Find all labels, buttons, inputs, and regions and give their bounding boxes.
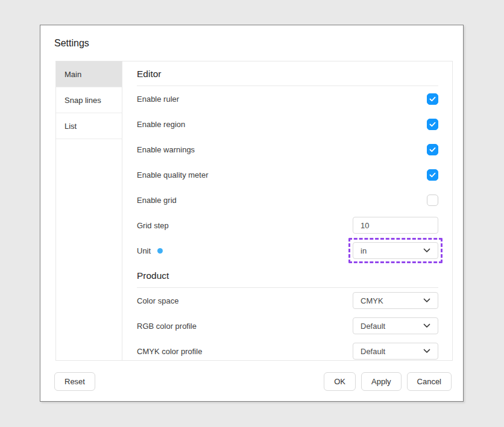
unit-indicator-dot	[157, 248, 163, 254]
unit-select-value: in	[361, 246, 367, 255]
product-section-header: Product	[137, 263, 438, 288]
chevron-down-icon	[423, 323, 430, 328]
footer-action-buttons: OK Apply Cancel	[324, 372, 452, 391]
unit-label-group: Unit	[137, 246, 163, 255]
cancel-button[interactable]: Cancel	[407, 372, 452, 391]
check-icon	[429, 96, 436, 102]
rgb-profile-row: RGB color profile Default	[137, 313, 438, 338]
check-icon	[429, 122, 436, 127]
unit-label: Unit	[137, 246, 151, 255]
grid-step-input[interactable]	[353, 217, 438, 234]
checkbox-enable-grid[interactable]	[427, 195, 438, 206]
unit-row: Unit in	[137, 238, 438, 263]
editor-section-header: Editor	[137, 61, 438, 86]
apply-button[interactable]: Apply	[361, 372, 402, 391]
rgb-profile-label: RGB color profile	[137, 322, 197, 331]
checkbox-enable-warnings[interactable]	[427, 144, 438, 155]
unit-highlight-box: in	[348, 238, 443, 263]
toggle-row: Enable region	[137, 111, 438, 137]
chevron-down-icon	[423, 248, 430, 253]
sidebar-item-label: Snap lines	[65, 96, 101, 105]
toggle-label: Enable warnings	[137, 145, 195, 154]
toggle-label: Enable ruler	[137, 95, 179, 104]
toggle-row: Enable warnings	[137, 137, 438, 162]
color-space-label: Color space	[137, 296, 178, 305]
sidebar-item-main[interactable]: Main	[56, 61, 122, 87]
rgb-profile-select[interactable]: Default	[353, 317, 438, 334]
grid-step-label: Grid step	[137, 221, 169, 230]
toggle-label: Enable quality meter	[137, 170, 209, 179]
unit-select[interactable]: in	[353, 242, 438, 259]
checkbox-enable-ruler[interactable]	[427, 93, 438, 105]
sidebar-item-label: List	[65, 122, 77, 131]
sidebar: Main Snap lines List	[56, 61, 122, 360]
color-space-select-value: CMYK	[361, 296, 383, 305]
grid-step-row: Grid step	[137, 213, 438, 238]
toggle-row: Enable ruler	[137, 86, 438, 111]
checkbox-enable-region[interactable]	[427, 119, 438, 130]
color-space-select[interactable]: CMYK	[353, 292, 438, 309]
cmyk-profile-select[interactable]: Default	[353, 343, 438, 360]
rgb-profile-select-value: Default	[361, 322, 385, 331]
settings-panel: Main Snap lines List Editor Enable ruler	[55, 61, 453, 361]
chevron-down-icon	[423, 298, 430, 303]
check-icon	[429, 147, 436, 152]
desktop-background: Settings Main Snap lines List Editor E	[0, 0, 504, 427]
chevron-down-icon	[423, 349, 430, 354]
checkbox-enable-quality-meter[interactable]	[427, 169, 438, 181]
cmyk-profile-row: CMYK color profile Default	[137, 338, 438, 360]
dialog-footer: Reset OK Apply Cancel	[54, 372, 452, 391]
product-section-title: Product	[137, 270, 438, 287]
settings-dialog: Settings Main Snap lines List Editor E	[40, 25, 464, 402]
toggle-label: Enable region	[137, 120, 185, 129]
sidebar-item-list[interactable]: List	[56, 113, 122, 139]
sidebar-item-label: Main	[65, 70, 81, 79]
toggle-label: Enable grid	[137, 196, 177, 205]
ok-button[interactable]: OK	[324, 372, 356, 391]
color-space-row: Color space CMYK	[137, 288, 438, 313]
toggle-row: Enable quality meter	[137, 162, 438, 187]
editor-section-title: Editor	[137, 69, 438, 86]
settings-content: Editor Enable ruler Enable region Enable…	[122, 61, 452, 360]
dialog-title: Settings	[54, 38, 89, 49]
toggle-row: Enable grid	[137, 187, 438, 213]
check-icon	[429, 172, 436, 178]
cmyk-profile-select-value: Default	[361, 347, 385, 356]
reset-button[interactable]: Reset	[54, 372, 95, 391]
cmyk-profile-label: CMYK color profile	[137, 347, 202, 356]
sidebar-item-snap-lines[interactable]: Snap lines	[56, 87, 122, 113]
